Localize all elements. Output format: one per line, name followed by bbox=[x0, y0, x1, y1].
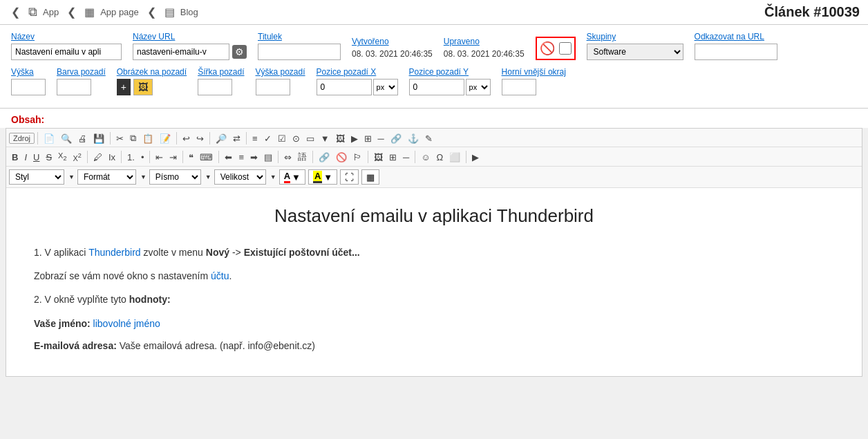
ordered-list-btn[interactable]: 1. bbox=[124, 151, 138, 164]
cut-btn[interactable]: ✂ bbox=[113, 132, 126, 145]
image-icon-btn[interactable]: 🖼 bbox=[133, 79, 153, 95]
unordered-list-btn[interactable]: • bbox=[138, 151, 147, 164]
back-btn-2[interactable]: ❮ bbox=[64, 4, 79, 20]
upraveno-label[interactable]: Upraveno bbox=[444, 37, 525, 46]
align-right-btn[interactable]: ➡ bbox=[247, 151, 261, 164]
link2-btn[interactable]: 🔗 bbox=[316, 151, 332, 164]
url-settings-btn[interactable]: ⚙ bbox=[232, 45, 247, 59]
hline2-btn[interactable]: ─ bbox=[400, 151, 412, 164]
text-field-btn[interactable]: ▭ bbox=[303, 132, 317, 145]
fullscreen-btn[interactable]: ⛶ bbox=[340, 169, 359, 185]
titulek-input[interactable] bbox=[258, 44, 341, 60]
horni-okraj-input[interactable] bbox=[502, 79, 536, 95]
content-area[interactable]: Nastavení emailu v aplikaci Thunderbird … bbox=[6, 188, 862, 376]
vytvoreno-label[interactable]: Vytvořeno bbox=[352, 37, 433, 46]
source-btn[interactable]: Zdroj bbox=[9, 133, 35, 144]
odkazovat-input[interactable] bbox=[695, 44, 777, 60]
anchor-btn[interactable]: ⚓ bbox=[405, 132, 422, 145]
table-btn[interactable]: ⊞ bbox=[361, 132, 375, 145]
sirka-input[interactable] bbox=[198, 79, 232, 95]
align-full-btn[interactable]: ▤ bbox=[261, 151, 275, 164]
blockquote-btn[interactable]: ❝ bbox=[186, 151, 196, 164]
lang-btn[interactable]: 語 bbox=[295, 149, 310, 165]
radio-btn[interactable]: ⊙ bbox=[290, 132, 303, 145]
subscript-btn[interactable]: X2 bbox=[55, 150, 69, 163]
emoji-btn[interactable]: ☺ bbox=[418, 151, 433, 164]
new-doc-btn[interactable]: 📄 bbox=[41, 132, 57, 145]
flag-btn[interactable]: 🏳 bbox=[350, 151, 365, 164]
barva-label[interactable]: Barva pozadí bbox=[57, 67, 106, 77]
img-btn[interactable]: 🖼 bbox=[333, 132, 348, 145]
pre-btn[interactable]: ⌨ bbox=[197, 151, 216, 164]
flash-btn[interactable]: ▶ bbox=[348, 132, 361, 145]
special-char-btn[interactable]: Ω bbox=[434, 151, 446, 164]
add-image-btn[interactable]: + bbox=[117, 79, 131, 95]
nazev-input[interactable] bbox=[11, 44, 122, 60]
superscript-btn[interactable]: X2 bbox=[70, 151, 84, 164]
clear-format-btn[interactable]: 🖊 bbox=[91, 151, 105, 164]
spell-btn[interactable]: ✓ bbox=[261, 132, 274, 145]
pozice-y-input[interactable] bbox=[409, 79, 464, 95]
link-btn[interactable]: 🔗 bbox=[388, 132, 404, 145]
remove-format-btn[interactable]: Ix bbox=[106, 151, 118, 164]
styl-select[interactable]: Styl bbox=[9, 169, 64, 185]
highlight-color-btn[interactable]: A ▼ bbox=[308, 169, 337, 185]
indent-btn[interactable]: ⇥ bbox=[167, 151, 180, 164]
pozice-x-input[interactable] bbox=[317, 79, 372, 95]
format-select[interactable]: Formát bbox=[77, 169, 136, 185]
replace-btn[interactable]: ⇄ bbox=[230, 132, 243, 145]
vyska-pozadi-input[interactable] bbox=[256, 79, 290, 95]
bold-btn[interactable]: B bbox=[9, 151, 21, 164]
visibility-checkbox[interactable] bbox=[559, 42, 572, 55]
blocks-btn[interactable]: ▦ bbox=[361, 169, 379, 185]
skupiny-label[interactable]: Skupiny bbox=[587, 32, 683, 41]
pozice-y-label[interactable]: Pozice pozadí Y bbox=[409, 67, 491, 77]
rtl-ltr-btn[interactable]: ⇔ bbox=[281, 151, 294, 164]
barva-input[interactable] bbox=[57, 79, 91, 95]
youtube-btn[interactable]: ▶ bbox=[469, 151, 482, 164]
outdent-btn[interactable]: ⇤ bbox=[153, 151, 166, 164]
vyska-label[interactable]: Výška bbox=[11, 67, 46, 77]
obrazek-label[interactable]: Obrázek na pozadí bbox=[117, 67, 187, 77]
print-btn[interactable]: 🖨 bbox=[75, 132, 90, 145]
align-center-btn[interactable]: ≡ bbox=[236, 151, 247, 164]
odkazovat-label[interactable]: Odkazovat na URL bbox=[695, 32, 777, 41]
undo-btn[interactable]: ↩ bbox=[180, 132, 193, 145]
nazev-url-label[interactable]: Název URL bbox=[133, 32, 247, 41]
hline-btn[interactable]: ─ bbox=[375, 132, 387, 145]
copy-btn[interactable]: ⧉ bbox=[127, 131, 139, 145]
velikost-select[interactable]: Velikost bbox=[214, 169, 266, 185]
pozice-x-unit[interactable]: px % bbox=[373, 79, 398, 95]
horni-okraj-label[interactable]: Horní vnější okraj bbox=[502, 67, 566, 77]
titulek-label[interactable]: Titulek bbox=[258, 32, 341, 41]
dropdown-btn[interactable]: ▼ bbox=[318, 132, 332, 145]
align-justify-btn[interactable]: ≡ bbox=[249, 132, 261, 145]
font-color-btn[interactable]: A ▼ bbox=[279, 169, 305, 185]
paste-btn[interactable]: 📋 bbox=[140, 132, 156, 145]
nazev-url-input[interactable] bbox=[133, 44, 229, 60]
back-btn-1[interactable]: ❮ bbox=[8, 4, 23, 20]
nazev-label[interactable]: Název bbox=[11, 32, 122, 41]
strike-btn[interactable]: S bbox=[43, 151, 55, 164]
vyska-pozadi-label[interactable]: Výška pozadí bbox=[256, 67, 305, 77]
pozice-y-unit[interactable]: px % bbox=[466, 79, 491, 95]
align-left-btn[interactable]: ⬅ bbox=[222, 151, 235, 164]
underline-btn[interactable]: U bbox=[30, 151, 42, 164]
vyska-input[interactable] bbox=[11, 79, 46, 95]
redo-btn[interactable]: ↪ bbox=[194, 132, 207, 145]
open-btn[interactable]: 🔍 bbox=[58, 132, 75, 145]
pozice-x-label[interactable]: Pozice pozadí X bbox=[317, 67, 398, 77]
sirka-label[interactable]: Šířka pozadí bbox=[198, 67, 244, 77]
save-btn[interactable]: 💾 bbox=[91, 132, 107, 145]
skupiny-select[interactable]: Software Hardware Web bbox=[587, 44, 683, 60]
table2-btn[interactable]: ⊞ bbox=[386, 151, 399, 164]
iframe-btn[interactable]: ⬜ bbox=[446, 151, 463, 164]
edit-btn[interactable]: ✎ bbox=[422, 132, 435, 145]
image2-btn[interactable]: 🖼 bbox=[371, 151, 386, 164]
unlink-btn[interactable]: 🚫 bbox=[333, 151, 350, 164]
paste-text-btn[interactable]: 📝 bbox=[157, 132, 173, 145]
checkbox-btn[interactable]: ☑ bbox=[275, 132, 289, 145]
italic-btn[interactable]: I bbox=[21, 151, 30, 164]
pismo-select[interactable]: Písmo bbox=[149, 169, 201, 185]
find-btn[interactable]: 🔎 bbox=[213, 132, 229, 145]
